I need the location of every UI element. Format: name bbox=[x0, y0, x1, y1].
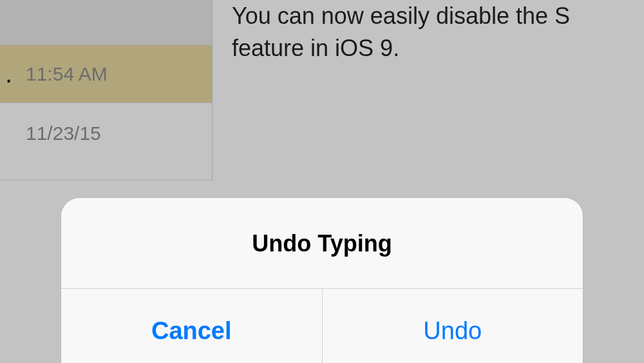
alert-button-row: Cancel Undo bbox=[61, 289, 583, 363]
undo-typing-alert: Undo Typing Cancel Undo bbox=[61, 198, 583, 363]
cancel-button[interactable]: Cancel bbox=[61, 289, 323, 363]
undo-button[interactable]: Undo bbox=[323, 289, 583, 363]
alert-title: Undo Typing bbox=[74, 230, 570, 257]
alert-header: Undo Typing bbox=[61, 198, 583, 289]
alert-overlay: Undo Typing Cancel Undo bbox=[0, 0, 644, 363]
